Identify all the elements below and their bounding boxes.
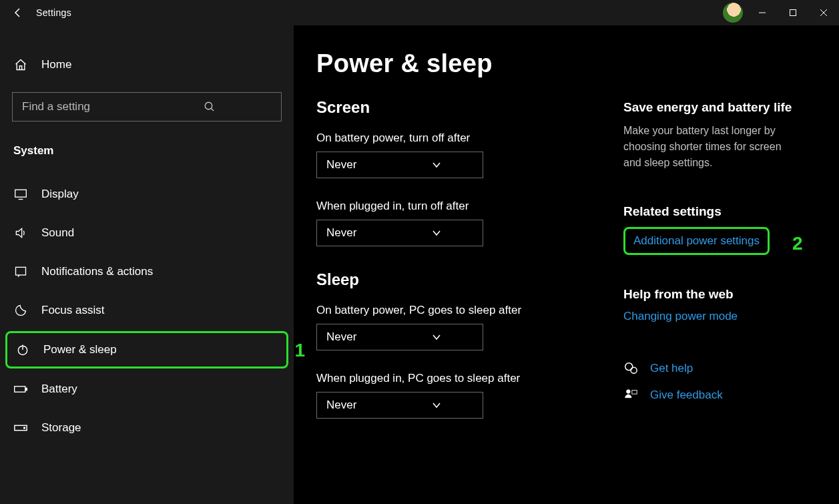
get-help-link[interactable]: Get help: [650, 362, 693, 375]
get-help-icon: [623, 360, 638, 376]
sound-icon: [13, 226, 28, 240]
sleep-battery-label: On battery power, PC goes to sleep after: [316, 304, 590, 317]
chevron-down-icon: [400, 226, 473, 240]
sidebar-item-notifications[interactable]: Notifications & actions: [0, 252, 294, 291]
sidebar-item-label: Sound: [41, 226, 74, 240]
svg-rect-2: [15, 190, 27, 197]
sidebar-item-focus-assist[interactable]: Focus assist: [0, 291, 294, 330]
svg-rect-12: [632, 391, 637, 395]
screen-battery-label: On battery power, turn off after: [316, 132, 590, 145]
sidebar: Home Find a setting System Display: [0, 25, 294, 504]
dropdown-value: Never: [326, 330, 400, 344]
additional-power-settings-highlight: Additional power settings 2: [623, 227, 770, 255]
svg-point-10: [631, 367, 637, 373]
sidebar-item-label: Power & sleep: [43, 343, 117, 356]
user-avatar[interactable]: [723, 3, 743, 23]
battery-icon: [13, 382, 28, 397]
annotation-1: 1: [294, 340, 305, 361]
sidebar-section: System: [0, 135, 294, 175]
app-title: Settings: [36, 7, 71, 18]
sleep-heading: Sleep: [316, 270, 590, 289]
svg-point-8: [24, 427, 25, 429]
titlebar: Settings: [0, 0, 839, 25]
notification-icon: [13, 264, 28, 279]
search-input[interactable]: Find a setting: [12, 92, 282, 121]
sidebar-item-storage[interactable]: Storage: [0, 409, 294, 447]
chevron-down-icon: [400, 398, 473, 413]
dropdown-value: Never: [326, 158, 400, 172]
power-icon: [15, 342, 30, 357]
screen-plugged-dropdown[interactable]: Never: [316, 220, 483, 246]
svg-point-11: [627, 390, 631, 394]
home-icon: [13, 57, 28, 72]
content: Power & sleep Screen On battery power, t…: [294, 25, 839, 504]
sleep-plugged-label: When plugged in, PC goes to sleep after: [316, 372, 590, 385]
svg-rect-6: [26, 388, 27, 390]
minimize-button[interactable]: [747, 0, 778, 25]
additional-power-settings-link[interactable]: Additional power settings: [633, 234, 760, 247]
screen-battery-dropdown[interactable]: Never: [316, 152, 483, 178]
sleep-battery-dropdown[interactable]: Never: [316, 324, 483, 350]
sidebar-item-display[interactable]: Display: [0, 175, 294, 214]
screen-plugged-label: When plugged in, turn off after: [316, 200, 590, 213]
sidebar-item-battery[interactable]: Battery: [0, 370, 294, 409]
sidebar-item-label: Focus assist: [41, 304, 104, 317]
search-placeholder: Find a setting: [22, 100, 147, 113]
sidebar-item-label: Notifications & actions: [41, 265, 153, 278]
sleep-plugged-dropdown[interactable]: Never: [316, 392, 483, 419]
feedback-icon: [623, 387, 638, 403]
give-feedback-link[interactable]: Give feedback: [650, 389, 723, 402]
svg-rect-0: [790, 10, 796, 16]
related-heading: Related settings: [623, 204, 816, 219]
dropdown-value: Never: [326, 399, 400, 412]
annotation-2: 2: [792, 233, 803, 254]
close-button[interactable]: [808, 0, 839, 25]
energy-text: Make your battery last longer by choosin…: [623, 123, 797, 171]
sidebar-item-label: Battery: [41, 383, 77, 396]
help-heading: Help from the web: [623, 287, 816, 302]
sidebar-item-label: Storage: [41, 421, 81, 435]
svg-point-1: [205, 102, 212, 109]
sidebar-item-label: Display: [41, 188, 79, 201]
sidebar-item-power-sleep[interactable]: Power & sleep 1: [5, 331, 288, 368]
changing-power-mode-link[interactable]: Changing power mode: [623, 310, 816, 323]
sidebar-item-sound[interactable]: Sound: [0, 214, 294, 252]
energy-heading: Save energy and battery life: [623, 100, 816, 115]
focus-assist-icon: [13, 303, 28, 318]
chevron-down-icon: [400, 158, 473, 172]
svg-rect-3: [16, 267, 26, 275]
svg-rect-5: [15, 387, 25, 392]
dropdown-value: Never: [326, 226, 400, 240]
storage-icon: [13, 421, 28, 435]
back-button[interactable]: [0, 0, 36, 25]
sidebar-home-label: Home: [41, 58, 71, 71]
page-title: Power & sleep: [316, 49, 590, 78]
screen-heading: Screen: [316, 98, 590, 117]
display-icon: [13, 187, 28, 202]
sidebar-home[interactable]: Home: [0, 45, 294, 92]
chevron-down-icon: [400, 330, 473, 344]
maximize-button[interactable]: [778, 0, 808, 25]
search-icon: [147, 99, 272, 114]
